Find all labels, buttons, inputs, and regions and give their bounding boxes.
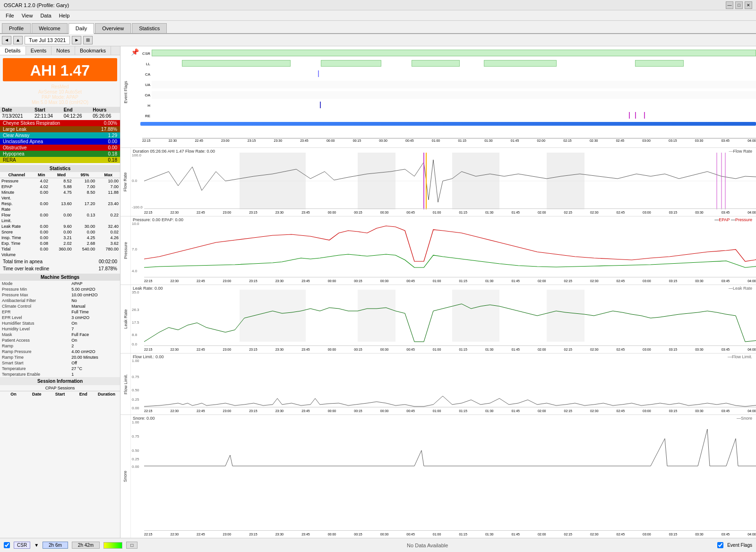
menu-help[interactable]: Help — [55, 12, 74, 19]
flow-limit-ylabel: Flow Limit. — [120, 354, 131, 414]
ef-row-csr: CSR — [140, 48, 756, 59]
menu-file[interactable]: File — [2, 12, 18, 19]
svg-text:8.8: 8.8 — [132, 333, 137, 337]
flow-limit-svg: 1.00 0.75 0.50 0.25 0.00 — [131, 354, 756, 414]
tab-daily[interactable]: Daily — [69, 23, 94, 34]
sub-tab-details[interactable]: Details — [0, 46, 26, 55]
ll-bar-1 — [182, 60, 291, 67]
svg-rect-23 — [452, 290, 499, 342]
svg-text:17.5: 17.5 — [132, 320, 139, 325]
ef-row-ua: UA — [140, 79, 756, 90]
svg-text:0.00: 0.00 — [132, 406, 139, 410]
ll-bar-2 — [321, 60, 381, 67]
tab-overview[interactable]: Overview — [95, 23, 131, 33]
flow-time-axis: 22:1522:3022:4523:0023:1523:3023:4500:00… — [144, 208, 756, 216]
leak-rate-label: Leak Rate — [123, 309, 128, 328]
setting-humidity: Humidity Level7 — [0, 326, 120, 332]
leak-waveform — [144, 304, 756, 342]
color-btn[interactable]: □ — [126, 542, 137, 549]
window-title: OSCAR 1.2.0 (Profile: Gary) — [4, 2, 69, 8]
title-bar: OSCAR 1.2.0 (Profile: Gary) — □ ✕ — [0, 0, 756, 10]
event-oa: Obstructive0.00 — [0, 145, 120, 151]
nav-prev-button[interactable]: ◄ — [2, 36, 11, 44]
tab-statistics[interactable]: Statistics — [132, 23, 167, 33]
window-controls: — □ ✕ — [726, 1, 752, 9]
statistics-table: Channel Min Med 95% Max Pressure4.028.52… — [0, 172, 120, 258]
session-sub: CPAP Sessions — [0, 385, 120, 391]
tab-bar: Profile Welcome Daily Overview Statistic… — [0, 21, 756, 34]
pressure-time-axis: 22:1522:3022:4523:0023:1523:3023:4500:00… — [144, 277, 756, 285]
svg-text:0.0: 0.0 — [132, 179, 137, 183]
csr-dropdown-button[interactable]: CSR — [14, 542, 30, 549]
ef-row-ll: LL — [140, 59, 756, 69]
setting-pressure-max: Pressure Max10.00 cmH2O — [0, 292, 120, 298]
svg-rect-21 — [240, 290, 306, 342]
pressure-svg: 10.0 7.0 4.0 — [131, 216, 756, 285]
csr-checkbox[interactable] — [4, 542, 10, 548]
duration-btn1[interactable]: 2h 6m — [43, 542, 68, 549]
setting-mode: ModeAPAP — [0, 281, 120, 286]
leak-redline-row: Time over leak redline 17.878% — [0, 266, 120, 272]
nav-date[interactable]: Tue Jul 13 2021 — [25, 36, 70, 44]
sub-tab-events[interactable]: Events — [26, 46, 52, 55]
menu-data[interactable]: Data — [36, 12, 55, 19]
flow-rate-title: Duration 05:26:06 AHI 1.47 Flow Rate: 0.… — [133, 149, 215, 154]
svg-text:35.0: 35.0 — [132, 290, 139, 294]
nav-jump-button[interactable]: ⊞ — [83, 36, 93, 44]
leak-rate-title: Leak Rate: 0.00 — [133, 286, 163, 291]
setting-epr: EPRFull Time — [0, 309, 120, 315]
maximize-button[interactable]: □ — [735, 1, 743, 9]
nav-next-button[interactable]: ► — [72, 36, 81, 44]
pressure-content: Pressure: 0.00 EPAP: 0.00 —EPAP —Pressur… — [131, 216, 756, 285]
svg-text:1.00: 1.00 — [132, 359, 139, 363]
snore-ylabel: Snore — [120, 415, 131, 538]
snore-panel: Snore Snore: 0.00 —Snore 1.00 0.75 0.50 … — [120, 415, 756, 538]
svg-text:0.00: 0.00 — [132, 465, 139, 469]
ahi-device: ResMed AirSense 10 AutoSet PAP Mode: APA… — [3, 84, 117, 105]
svg-text:26.3: 26.3 — [132, 308, 139, 312]
snore-label: Snore — [123, 471, 128, 482]
setting-ramp: Ramp2 — [0, 343, 120, 349]
snore-legend: —Snore — [737, 416, 752, 421]
svg-text:0.25: 0.25 — [132, 457, 139, 461]
stats-row-resp: Resp.0.0013.6017.2023.40 — [0, 201, 120, 207]
ef-row-oa: OA — [140, 90, 756, 100]
color-indicator — [103, 542, 122, 549]
sub-tab-notes[interactable]: Notes — [52, 46, 75, 55]
event-flags-label-text: Event Flags — [123, 81, 128, 104]
pressure-legend: —EPAP —Pressure — [714, 217, 752, 222]
stats-row-minute-vent: Minute0.004.758.5011.88 — [0, 190, 120, 195]
ll-bar-5 — [635, 60, 683, 67]
flow-rate-panel: Flow Rate Duration 05:26:06 AHI 1.47 Flo… — [120, 148, 756, 216]
snore-waveform — [144, 429, 756, 466]
ahi-value: AHI 1.47 — [5, 62, 115, 79]
duration-btn2[interactable]: 2h 42m — [72, 542, 100, 549]
tab-profile[interactable]: Profile — [2, 23, 31, 33]
nav-up-button[interactable]: ▲ — [13, 36, 23, 44]
event-flags-content: Event Flags 📌 CSR — [120, 46, 756, 138]
event-flags-checkbox[interactable] — [717, 542, 723, 548]
h-mark-1 — [320, 102, 321, 108]
leak-time-axis: 22:1522:3022:4523:0023:1523:3023:4500:00… — [144, 345, 756, 353]
flow-rate-legend: —Flow Rate — [729, 149, 752, 154]
pin-icon: 📌 — [131, 48, 139, 56]
re-mark-2 — [635, 112, 636, 119]
setting-pressure-min: Pressure Min5.00 cmH2O — [0, 286, 120, 292]
leak-rate-svg: 35.0 26.3 17.5 8.8 0.0 — [131, 285, 756, 353]
close-button[interactable]: ✕ — [745, 1, 752, 9]
event-flags-rows: CSR LL — [140, 46, 756, 138]
main-layout: Details Events Notes Bookmarks AHI 1.47 … — [0, 46, 756, 538]
svg-rect-4 — [240, 153, 306, 209]
tab-welcome[interactable]: Welcome — [32, 23, 68, 33]
total-apnea-row: Total time in apnea 00:02:00 — [0, 259, 120, 265]
ef-row-h: H — [140, 100, 756, 111]
stats-row-limit: Limit. — [0, 218, 120, 224]
minimize-button[interactable]: — — [726, 1, 733, 9]
sub-tab-bookmarks[interactable]: Bookmarks — [75, 46, 111, 55]
machine-settings-table: ModeAPAP Pressure Min5.00 cmH2O Pressure… — [0, 281, 120, 377]
menu-view[interactable]: View — [18, 12, 37, 19]
status-bar: CSR ▼ 2h 6m 2h 42m □ No Data Available E… — [0, 538, 756, 552]
pressure-ylabel: Pressure — [120, 216, 131, 285]
stats-row-pressure: Pressure4.028.5210.0010.00 — [0, 178, 120, 184]
setting-ramp-pressure: Ramp Pressure4.00 cmH2O — [0, 349, 120, 354]
